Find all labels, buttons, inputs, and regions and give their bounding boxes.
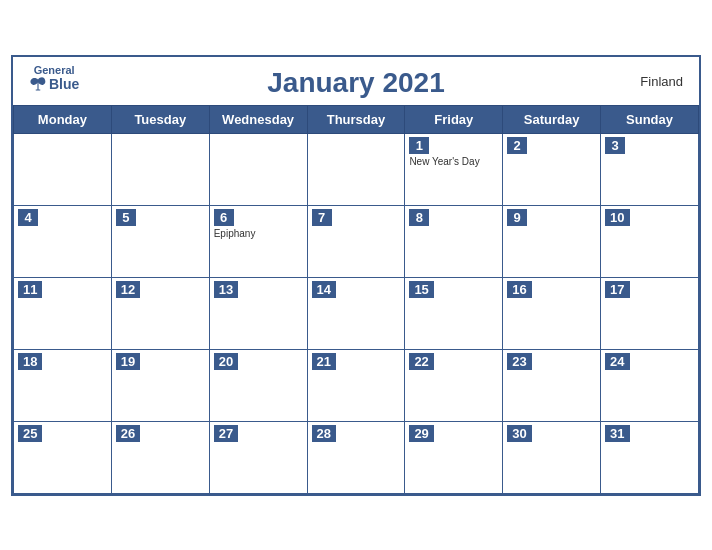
calendar-cell: 2 xyxy=(503,133,601,205)
day-number: 14 xyxy=(312,281,336,298)
country-label: Finland xyxy=(640,73,683,88)
calendar-cell: 26 xyxy=(111,421,209,493)
calendar-cell: 20 xyxy=(209,349,307,421)
day-number: 25 xyxy=(18,425,42,442)
day-number: 9 xyxy=(507,209,527,226)
day-number: 11 xyxy=(18,281,42,298)
calendar-cell: 12 xyxy=(111,277,209,349)
calendar-cell: 8 xyxy=(405,205,503,277)
calendar-cell: 28 xyxy=(307,421,405,493)
calendar-cell xyxy=(307,133,405,205)
logo-general: General xyxy=(34,65,75,76)
calendar-cell: 16 xyxy=(503,277,601,349)
calendar-cell: 22 xyxy=(405,349,503,421)
week-row-2: 456Epiphany78910 xyxy=(14,205,699,277)
calendar-cell: 1New Year's Day xyxy=(405,133,503,205)
day-number: 7 xyxy=(312,209,332,226)
day-number: 27 xyxy=(214,425,238,442)
day-number: 12 xyxy=(116,281,140,298)
logo-blue-text: Blue xyxy=(49,77,79,91)
day-number: 17 xyxy=(605,281,629,298)
calendar-cell: 3 xyxy=(601,133,699,205)
logo-bird-icon xyxy=(29,76,47,92)
day-number: 30 xyxy=(507,425,531,442)
calendar-cell: 31 xyxy=(601,421,699,493)
calendar-cell: 17 xyxy=(601,277,699,349)
day-header-friday: Friday xyxy=(405,105,503,133)
day-number: 15 xyxy=(409,281,433,298)
day-header-wednesday: Wednesday xyxy=(209,105,307,133)
calendar-cell: 21 xyxy=(307,349,405,421)
day-number: 22 xyxy=(409,353,433,370)
calendar-cell xyxy=(111,133,209,205)
calendar-cell: 29 xyxy=(405,421,503,493)
calendar-cell: 19 xyxy=(111,349,209,421)
day-number: 4 xyxy=(18,209,38,226)
day-number: 18 xyxy=(18,353,42,370)
calendar-cell: 7 xyxy=(307,205,405,277)
week-row-5: 25262728293031 xyxy=(14,421,699,493)
day-number: 3 xyxy=(605,137,625,154)
calendar-cell: 15 xyxy=(405,277,503,349)
day-number: 16 xyxy=(507,281,531,298)
day-header-sunday: Sunday xyxy=(601,105,699,133)
calendar-cell: 11 xyxy=(14,277,112,349)
calendar: General Blue January 2021 Finland Monday… xyxy=(11,55,701,496)
calendar-cell xyxy=(209,133,307,205)
day-number: 21 xyxy=(312,353,336,370)
calendar-title: January 2021 xyxy=(267,67,444,99)
calendar-cell: 23 xyxy=(503,349,601,421)
day-header-thursday: Thursday xyxy=(307,105,405,133)
day-number: 24 xyxy=(605,353,629,370)
calendar-cell: 9 xyxy=(503,205,601,277)
week-row-1: 1New Year's Day23 xyxy=(14,133,699,205)
day-number: 1 xyxy=(409,137,429,154)
days-header-row: MondayTuesdayWednesdayThursdayFridaySatu… xyxy=(14,105,699,133)
calendar-cell: 14 xyxy=(307,277,405,349)
day-header-monday: Monday xyxy=(14,105,112,133)
day-number: 31 xyxy=(605,425,629,442)
day-number: 6 xyxy=(214,209,234,226)
calendar-cell: 5 xyxy=(111,205,209,277)
calendar-cell: 13 xyxy=(209,277,307,349)
calendar-cell: 6Epiphany xyxy=(209,205,307,277)
day-number: 23 xyxy=(507,353,531,370)
day-number: 2 xyxy=(507,137,527,154)
day-number: 19 xyxy=(116,353,140,370)
week-row-3: 11121314151617 xyxy=(14,277,699,349)
day-number: 13 xyxy=(214,281,238,298)
day-number: 10 xyxy=(605,209,629,226)
day-number: 5 xyxy=(116,209,136,226)
calendar-header: General Blue January 2021 Finland xyxy=(13,57,699,105)
calendar-cell: 27 xyxy=(209,421,307,493)
day-header-tuesday: Tuesday xyxy=(111,105,209,133)
day-number: 20 xyxy=(214,353,238,370)
day-header-saturday: Saturday xyxy=(503,105,601,133)
calendar-cell: 30 xyxy=(503,421,601,493)
calendar-cell: 25 xyxy=(14,421,112,493)
day-number: 28 xyxy=(312,425,336,442)
holiday-label: New Year's Day xyxy=(409,156,498,167)
week-row-4: 18192021222324 xyxy=(14,349,699,421)
calendar-cell: 10 xyxy=(601,205,699,277)
day-number: 26 xyxy=(116,425,140,442)
calendar-cell: 18 xyxy=(14,349,112,421)
day-number: 8 xyxy=(409,209,429,226)
logo-blue: Blue xyxy=(29,76,79,92)
logo: General Blue xyxy=(29,65,79,92)
calendar-cell: 24 xyxy=(601,349,699,421)
calendar-cell: 4 xyxy=(14,205,112,277)
calendar-cell xyxy=(14,133,112,205)
day-number: 29 xyxy=(409,425,433,442)
calendar-table: MondayTuesdayWednesdayThursdayFridaySatu… xyxy=(13,105,699,494)
holiday-label: Epiphany xyxy=(214,228,303,239)
